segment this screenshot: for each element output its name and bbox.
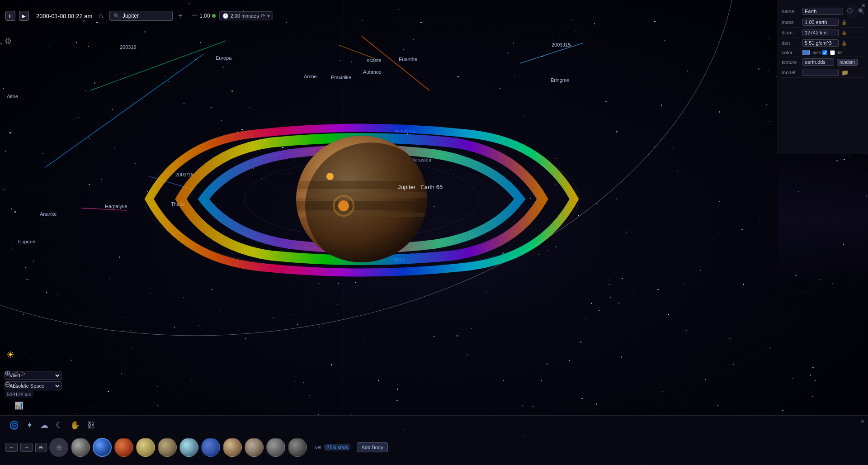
zoom-row-2: ⊖ △ ▽ — [5, 380, 33, 389]
body-item-12[interactable] — [288, 438, 307, 457]
zoom-controls: ⊕ ◁ ▷ ⊖ △ ▽ 509138 km 📊 — [5, 369, 33, 411]
model-input[interactable] — [802, 69, 839, 76]
left-controls: ☀ — [5, 348, 16, 361]
vel-label: vel — [315, 445, 321, 450]
texture-label: texture — [782, 59, 800, 65]
texture-row: texture random — [782, 57, 864, 67]
diam-lock-icon: 🔒 — [841, 30, 847, 35]
model-folder-icon[interactable]: 📁 — [841, 69, 849, 76]
body-item-moon[interactable] — [71, 438, 90, 457]
auto-group: auto — [812, 50, 827, 55]
add-body-button[interactable]: Add Body — [357, 442, 388, 452]
random-button[interactable]: random — [837, 59, 858, 66]
time-step-arrows[interactable]: ▾ — [267, 13, 270, 19]
body-item-pluto[interactable] — [245, 438, 264, 457]
model-row: model 📁 — [782, 67, 864, 78]
settings-button[interactable]: ⚙ — [5, 36, 12, 46]
add-button[interactable]: + — [176, 11, 184, 21]
chart-btn[interactable]: 📊 — [5, 400, 33, 411]
diam-input[interactable] — [802, 29, 839, 36]
moon-icon-btn[interactable]: ☾ — [54, 419, 65, 431]
body-row: ← → ⊕ ⊕ vel 27.6 km/s Add Body — [0, 435, 868, 460]
tint-checkbox[interactable] — [830, 50, 835, 55]
body-item-jupiter-small[interactable] — [158, 438, 177, 457]
body-item-crosshair[interactable]: ⊕ — [49, 438, 68, 457]
icon-group-left: 🌀 ✦ ☁ ☾ ✋ ⛓ — [7, 419, 97, 431]
distance-display: 509138 km — [5, 391, 33, 398]
name-input[interactable] — [802, 8, 843, 15]
speed-group: 〰 1.00 — [192, 13, 215, 19]
body-item-uranus[interactable] — [179, 438, 198, 457]
den-label: den — [782, 40, 800, 46]
mass-input[interactable] — [802, 19, 839, 26]
star-icon-btn[interactable]: ✦ — [24, 419, 35, 431]
search-bar: 🔍 — [109, 11, 173, 21]
right-panel: × name ⓘ 🔍 mass 🔒 diam 🔒 den 🔒 — [778, 0, 868, 154]
sun-icon-button[interactable]: ☀ — [5, 348, 16, 361]
texture-input[interactable] — [802, 58, 834, 66]
link-icon-btn[interactable]: ⛓ — [85, 420, 97, 431]
pan-down-btn[interactable]: ▽ — [21, 381, 26, 388]
tint-group: tint — [830, 50, 842, 55]
auto-label: auto — [812, 50, 821, 55]
bottom-close-button[interactable]: × — [861, 418, 864, 425]
bottom-toolbar: × 🌀 ✦ ☁ ☾ ✋ ⛓ ← → ⊕ ⊕ — [0, 415, 868, 465]
mass-lock-icon: 🔒 — [841, 20, 847, 25]
vel-value: 27.6 km/s — [324, 444, 350, 451]
name-label: name — [782, 9, 800, 14]
search-input[interactable] — [123, 13, 168, 19]
right-panel-inner: name ⓘ 🔍 mass 🔒 diam 🔒 den 🔒 color — [782, 4, 864, 78]
tint-label: tint — [836, 50, 842, 55]
den-input[interactable] — [802, 39, 839, 47]
nav-target-button[interactable]: ⊕ — [35, 443, 47, 452]
den-lock-icon: 🔒 — [841, 41, 847, 46]
speed-wave-icon: 〰 — [192, 13, 198, 19]
space-background — [0, 0, 868, 465]
pan-left-btn[interactable]: ◁ — [13, 370, 18, 377]
top-toolbar: ⏸ ▶ 2008-01-08 08:22 am ⌂ 🔍 + 〰 1.00 🕐 2… — [0, 0, 868, 32]
pan-right-btn[interactable]: ▷ — [21, 370, 26, 377]
zoom-out-btn[interactable]: ⊖ — [5, 380, 10, 389]
clock-icon: 🕐 — [222, 13, 229, 19]
speed-dot — [212, 14, 216, 18]
body-item-11[interactable] — [266, 438, 285, 457]
mass-label: mass — [782, 19, 800, 25]
name-info-icon[interactable]: ⓘ — [846, 7, 854, 15]
nav-prev-button[interactable]: ← — [5, 443, 18, 452]
cloud-icon-btn[interactable]: ☁ — [38, 419, 50, 431]
diam-row: diam 🔒 — [782, 28, 864, 38]
hand-icon-btn[interactable]: ✋ — [68, 419, 82, 431]
icon-row: 🌀 ✦ ☁ ☾ ✋ ⛓ — [0, 416, 868, 435]
color-row: color auto tint — [782, 48, 864, 57]
body-item-venus[interactable] — [223, 438, 242, 457]
diam-label: diam — [782, 30, 800, 35]
model-label: model — [782, 70, 800, 75]
den-row: den 🔒 — [782, 38, 864, 48]
body-item-neptune[interactable] — [201, 438, 220, 457]
body-item-earth[interactable] — [93, 438, 112, 457]
body-item-mars[interactable] — [114, 438, 133, 457]
search-icon: 🔍 — [113, 13, 120, 19]
name-row: name ⓘ 🔍 — [782, 5, 864, 17]
body-item-saturn[interactable] — [136, 438, 155, 457]
home-button[interactable]: ⌂ — [96, 11, 106, 21]
galaxy-icon-btn[interactable]: 🌀 — [7, 419, 21, 431]
mass-row: mass 🔒 — [782, 17, 864, 28]
auto-checkbox[interactable] — [822, 50, 827, 55]
time-step-value: 2.00 minutes — [231, 13, 259, 19]
zoom-row-1: ⊕ ◁ ▷ — [5, 369, 33, 377]
color-swatch[interactable] — [802, 50, 810, 55]
time-step-cycle-icon[interactable]: ⟳ — [261, 13, 265, 19]
panel-close-button[interactable]: × — [862, 2, 865, 9]
color-label: color — [782, 50, 800, 55]
pan-up-btn[interactable]: △ — [13, 381, 18, 388]
play-button[interactable]: ▶ — [19, 11, 29, 21]
nav-next-button[interactable]: → — [20, 443, 33, 452]
time-step-control: 🕐 2.00 minutes ⟳ ▾ — [219, 11, 273, 20]
zoom-in-btn[interactable]: ⊕ — [5, 369, 10, 377]
pause-button[interactable]: ⏸ — [5, 11, 15, 21]
datetime-display: 2008-01-08 08:22 am — [36, 13, 92, 19]
speed-value: 1.00 — [199, 13, 210, 19]
